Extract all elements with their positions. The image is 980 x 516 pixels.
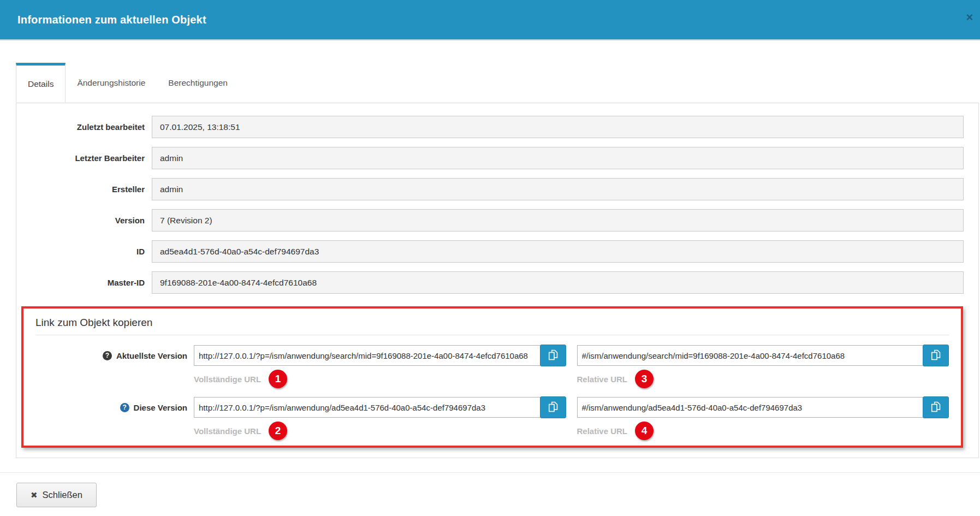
details-panel: Zuletzt bearbeitet 07.01.2025, 13:18:51 …: [16, 103, 979, 458]
field-label: Zuletzt bearbeitet: [16, 122, 152, 132]
link-field-relative-url: Relative URL 4: [577, 397, 949, 440]
question-circle-icon[interactable]: ?: [103, 351, 112, 360]
footer-divider: [0, 472, 980, 473]
tab-berechtigungen[interactable]: Berechtigungen: [157, 63, 239, 103]
annotation-badge-4: 4: [635, 422, 654, 440]
schliessen-button-label: Schließen: [43, 490, 82, 500]
field-value-zuletzt-bearbeitet: 07.01.2025, 13:18:51: [152, 116, 964, 138]
copy-icon: [931, 401, 941, 414]
copy-icon: [931, 349, 941, 362]
schliessen-button[interactable]: ✖ Schließen: [16, 483, 97, 507]
link-section-title: Link zum Objekt kopieren: [35, 316, 949, 329]
field-value-master-id: 9f169088-201e-4a00-8474-4efcd7610a68: [152, 271, 964, 294]
link-field-full-url: Vollständige URL 2: [194, 397, 566, 440]
field-value-id: ad5ea4d1-576d-40a0-a54c-def794697da3: [152, 240, 964, 263]
close-x-icon: ✖: [31, 490, 38, 500]
field-label: ID: [16, 247, 152, 256]
annotation-badge-2: 2: [269, 422, 287, 440]
field-value-ersteller: admin: [152, 178, 964, 200]
link-label-text: Diese Version: [134, 403, 187, 412]
annotation-badge-1: 1: [269, 370, 287, 388]
copy-icon: [548, 349, 558, 362]
field-value-letzter-bearbeiter: admin: [152, 147, 964, 169]
tab-bar: Details Änderungshistorie Berechtigungen: [16, 63, 980, 103]
link-field-relative-url: Relative URL 3: [577, 345, 949, 388]
field-label: Ersteller: [16, 185, 152, 194]
url-caption: Relative URL: [577, 375, 628, 384]
field-label: Master-ID: [16, 278, 152, 287]
detail-row-zuletzt-bearbeitet: Zuletzt bearbeitet 07.01.2025, 13:18:51: [16, 116, 964, 138]
modal-title: Informationen zum aktuellen Objekt: [17, 14, 206, 26]
url-caption: Vollständige URL: [194, 375, 261, 384]
detail-row-master-id: Master-ID 9f169088-201e-4a00-8474-4efcd7…: [16, 271, 964, 294]
detail-row-ersteller: Ersteller admin: [16, 178, 964, 200]
link-row-diese-version: ? Diese Version Vo: [35, 397, 949, 440]
field-label: Version: [16, 216, 152, 225]
tab-aenderungshistorie[interactable]: Änderungshistorie: [66, 63, 157, 103]
field-value-version: 7 (Revision 2): [152, 209, 964, 232]
full-url-input-aktuellste[interactable]: [194, 345, 542, 366]
full-url-input-diese[interactable]: [194, 397, 542, 418]
question-circle-icon[interactable]: ?: [120, 403, 129, 412]
tab-details[interactable]: Details: [16, 63, 66, 103]
url-caption: Relative URL: [577, 426, 628, 436]
link-label-text: Aktuellste Version: [116, 351, 187, 360]
link-section-annotation-box: Link zum Objekt kopieren ? Aktuellste Ve…: [21, 306, 963, 448]
relative-url-input-diese[interactable]: [577, 397, 925, 418]
link-row-aktuellste-version: ? Aktuellste Version: [35, 345, 949, 388]
copy-button[interactable]: [923, 396, 949, 418]
url-caption: Vollständige URL: [194, 426, 261, 436]
copy-button[interactable]: [540, 345, 566, 366]
field-label: Letzter Bearbeiter: [16, 153, 152, 163]
detail-row-version: Version 7 (Revision 2): [16, 209, 964, 232]
link-section-divider: [35, 335, 949, 335]
copy-button[interactable]: [540, 396, 566, 418]
link-label: ? Diese Version: [35, 397, 187, 418]
relative-url-input-aktuellste[interactable]: [577, 345, 925, 366]
detail-row-letzter-bearbeiter: Letzter Bearbeiter admin: [16, 147, 964, 169]
detail-row-id: ID ad5ea4d1-576d-40a0-a54c-def794697da3: [16, 240, 964, 263]
copy-icon: [548, 401, 558, 414]
annotation-badge-3: 3: [635, 370, 654, 388]
copy-button[interactable]: [923, 345, 949, 366]
modal-header: Informationen zum aktuellen Objekt ×: [0, 0, 980, 40]
link-field-full-url: Vollständige URL 1: [194, 345, 566, 388]
link-label: ? Aktuellste Version: [35, 345, 187, 366]
close-icon[interactable]: ×: [963, 10, 977, 24]
